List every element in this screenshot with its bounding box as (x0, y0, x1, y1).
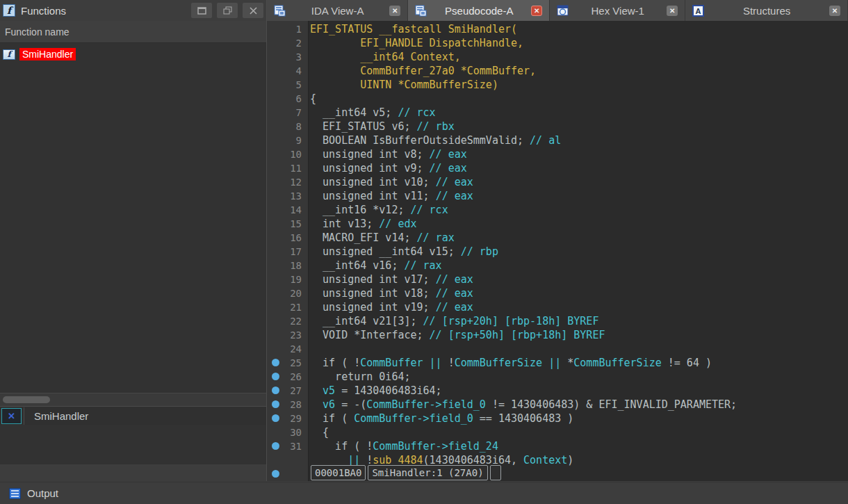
line-number: 14 (278, 203, 306, 217)
breakpoint-dot[interactable] (272, 373, 279, 380)
breakpoint-dot[interactable] (272, 387, 279, 394)
function-filter-input[interactable] (24, 407, 266, 425)
line-number: 21 (278, 300, 306, 314)
code-text: unsigned int v9; // eax (306, 161, 467, 175)
pseudocode-icon (415, 5, 427, 17)
functions-icon: f (3, 4, 15, 17)
breakpoint-gutter-cell (267, 453, 278, 467)
code-line: 1EFI_STATUS __fastcall SmiHandler( (267, 22, 848, 36)
status-address: 00001BA0 (311, 465, 366, 480)
code-text: MACRO_EFI v14; // rax (306, 231, 455, 245)
functions-panel-titlebar[interactable]: f Functions (0, 0, 266, 21)
code-line: 9 BOOLEAN IsBufferOutsideSmmValid; // al (267, 133, 848, 147)
code-line: 22 __int64 v21[3]; // [rsp+20h] [rbp-18h… (267, 314, 848, 328)
breakpoint-gutter-cell (267, 259, 278, 273)
breakpoint-gutter-cell (267, 412, 278, 425)
code-line: 31 if ( !CommBuffer->field_24 (267, 439, 848, 453)
breakpoint-gutter-cell (267, 356, 278, 370)
status-position: SmiHandler:1 (27A0) (368, 465, 487, 480)
code-line: 2 EFI_HANDLE DispatchHandle, (267, 36, 848, 50)
restore-button[interactable] (217, 3, 238, 18)
line-number: 12 (278, 175, 306, 189)
code-line: 18 __int64 v16; // rax (267, 259, 848, 273)
tab-close-icon[interactable]: ✕ (531, 6, 542, 16)
line-number: 10 (278, 147, 306, 161)
tab-close-icon[interactable]: ✕ (667, 6, 678, 16)
code-text: __int64 v5; // rcx (306, 106, 436, 120)
code-text: CommBuffer_27a0 *CommBuffer, (306, 64, 536, 78)
code-text: int v13; // edx (306, 217, 417, 231)
pseudocode-view[interactable]: 1EFI_STATUS __fastcall SmiHandler(2 EFI_… (267, 21, 848, 481)
code-line: 25 if ( !CommBuffer || !CommBufferSize |… (267, 356, 848, 370)
line-number: 22 (278, 314, 306, 328)
code-text: VOID *Interface; // [rsp+50h] [rbp+18h] … (306, 328, 605, 342)
line-number (278, 467, 306, 481)
breakpoint-gutter-cell (267, 175, 278, 189)
functions-list: f SmiHandler (0, 44, 266, 391)
breakpoint-gutter-cell (267, 245, 278, 259)
line-number (278, 453, 306, 467)
tab-pseudocode-a[interactable]: Pseudocode-A ✕ (408, 0, 550, 21)
tab-structures[interactable]: A Structures ✕ (685, 0, 848, 21)
tab-ida-view-a[interactable]: IDA View-A ✕ (267, 0, 408, 21)
function-name-column-header[interactable]: Function name (0, 21, 266, 43)
code-text: __int16 *v12; // rcx (306, 203, 448, 217)
breakpoint-gutter-cell (267, 78, 278, 92)
breakpoint-dot[interactable] (272, 442, 279, 450)
view-tabbar: IDA View-A ✕ Pseudocode-A ✕ (267, 0, 848, 21)
breakpoint-gutter-cell (267, 106, 278, 120)
filter-close-button[interactable]: ✕ (1, 408, 22, 424)
breakpoint-gutter-cell (267, 286, 278, 300)
functions-horizontal-scrollbar[interactable] (0, 393, 266, 406)
output-panel-header[interactable]: Output (0, 482, 848, 504)
breakpoint-gutter-cell (267, 370, 278, 384)
breakpoint-gutter-cell (267, 300, 278, 314)
breakpoint-dot[interactable] (272, 359, 279, 366)
functions-scrollbar-thumb[interactable] (3, 396, 50, 403)
breakpoint-dot[interactable] (272, 414, 279, 422)
line-number: 3 (278, 50, 306, 64)
tab-hex-view-1[interactable]: Hex View-1 ✕ (550, 0, 685, 21)
code-line: 12 unsigned int v10; // eax (267, 175, 848, 189)
code-line: 6{ (267, 92, 848, 106)
breakpoint-gutter-cell (267, 328, 278, 342)
line-number: 19 (278, 273, 306, 286)
breakpoint-gutter-cell (267, 217, 278, 231)
breakpoint-dot[interactable] (272, 400, 279, 408)
code-text: EFI_STATUS __fastcall SmiHandler( (306, 22, 517, 36)
code-line: 10 unsigned int v8; // eax (267, 147, 848, 161)
tab-close-icon[interactable]: ✕ (389, 6, 400, 16)
breakpoint-gutter-cell (267, 314, 278, 328)
code-text: unsigned int v19; // eax (306, 300, 473, 314)
breakpoint-gutter-cell (267, 161, 278, 175)
breakpoint-gutter-cell (267, 425, 278, 439)
breakpoint-gutter-cell (267, 50, 278, 64)
line-number: 17 (278, 245, 306, 259)
breakpoint-gutter-cell (267, 273, 278, 286)
line-number: 1 (278, 22, 306, 36)
line-number: 20 (278, 286, 306, 300)
maximize-button[interactable] (191, 3, 212, 18)
breakpoint-gutter-cell (267, 203, 278, 217)
code-line: 28 v6 = -(CommBuffer->field_0 != 1430406… (267, 398, 848, 412)
code-line: 11 unsigned int v9; // eax (267, 161, 848, 175)
breakpoint-gutter-cell (267, 36, 278, 50)
function-f-icon: f (3, 49, 15, 60)
code-line: 15 int v13; // edx (267, 217, 848, 231)
line-number: 8 (278, 120, 306, 133)
close-button[interactable] (243, 3, 263, 18)
breakpoint-gutter-cell (267, 231, 278, 245)
code-text: unsigned int v18; // eax (306, 286, 473, 300)
code-text: if ( !CommBuffer->field_24 (306, 439, 498, 453)
function-list-item[interactable]: f SmiHandler (0, 46, 266, 63)
output-panel-title: Output (27, 487, 58, 499)
breakpoint-gutter-cell (267, 133, 278, 147)
line-number: 31 (278, 439, 306, 453)
tab-close-icon[interactable]: ✕ (829, 6, 840, 16)
code-text: unsigned int v11; // eax (306, 189, 473, 203)
code-text (306, 342, 310, 356)
code-line: 23 VOID *Interface; // [rsp+50h] [rbp+18… (267, 328, 848, 342)
breakpoint-dot[interactable] (272, 470, 279, 478)
line-number: 18 (278, 259, 306, 273)
pseudocode-status-row: 00001BA0 SmiHandler:1 (27A0) (311, 465, 501, 480)
